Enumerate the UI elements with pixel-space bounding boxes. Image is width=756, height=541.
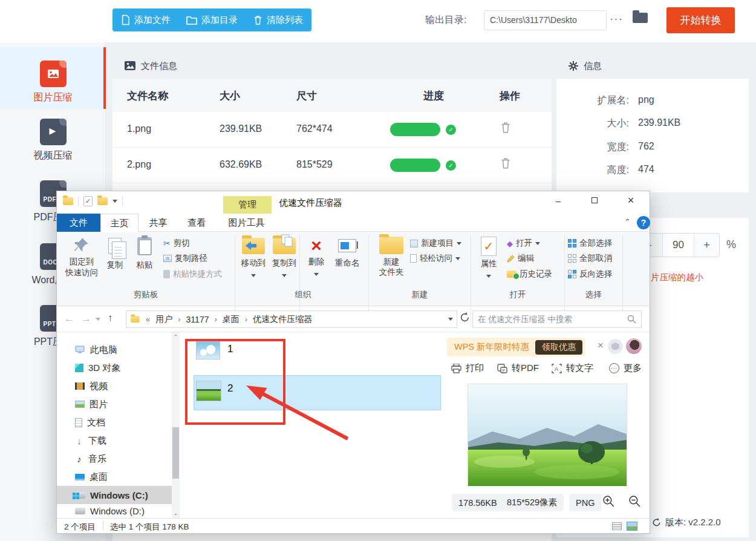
- breadcrumb[interactable]: 桌面: [223, 314, 240, 325]
- explorer-status-bar: 2 个项目 选中 1 个项目 178 KB: [57, 518, 650, 533]
- cut-button[interactable]: ✂ 剪切: [163, 238, 190, 249]
- address-box[interactable]: « 用户› 31177› 桌面› 优速文件压缩器: [126, 310, 457, 328]
- easy-access-button[interactable]: 轻松访问: [410, 253, 460, 264]
- properties-button[interactable]: ✓ 属性: [475, 237, 502, 280]
- thumbnail-view-button[interactable]: [627, 522, 637, 531]
- move-to-button[interactable]: 移动到: [238, 238, 269, 280]
- chevron-down-icon[interactable]: [112, 200, 117, 203]
- breadcrumb[interactable]: 用户: [155, 314, 172, 325]
- wps-avatar[interactable]: [626, 338, 642, 354]
- tree-item-this-pc[interactable]: 此电脑: [57, 341, 172, 359]
- tab-picture-tools[interactable]: 图片工具: [217, 214, 276, 232]
- add-directory-button[interactable]: 添加目录: [186, 15, 238, 26]
- output-dir-more-button[interactable]: ···: [610, 12, 623, 25]
- tree-item-documents[interactable]: 文档: [57, 413, 172, 431]
- paste-button[interactable]: 粘贴: [131, 237, 158, 270]
- quality-plus-button[interactable]: +: [694, 234, 719, 257]
- pin-quick-access-button[interactable]: 固定到快速访问: [60, 237, 103, 278]
- recent-locations-button[interactable]: [96, 318, 100, 321]
- open-button[interactable]: ◆ 打开: [507, 238, 540, 249]
- new-folder-button[interactable]: 新建文件夹: [376, 237, 407, 277]
- tab-view[interactable]: 查看: [178, 214, 216, 232]
- history-icon: [507, 270, 516, 278]
- start-convert-button[interactable]: 开始转换: [666, 7, 735, 33]
- window-title: 优速文件压缩器: [279, 197, 342, 209]
- browse-folder-button[interactable]: [633, 13, 648, 23]
- properties-check-icon[interactable]: ✓: [83, 196, 93, 206]
- manage-contextual-tab[interactable]: 管理: [223, 196, 272, 214]
- table-column-header-row: 文件名称 大小 尺寸 进度 操作: [112, 79, 552, 112]
- new-item-button[interactable]: 新建项目: [410, 238, 461, 249]
- sidebar-item-video-compress[interactable]: ▶ 视频压缩: [0, 119, 106, 162]
- close-button[interactable]: ×: [621, 191, 641, 209]
- up-button[interactable]: ↑: [108, 312, 113, 324]
- wps-claim-button[interactable]: 领取优惠: [535, 340, 582, 355]
- scroll-up-arrow[interactable]: ⌃: [172, 334, 180, 340]
- add-file-button[interactable]: 添加文件: [121, 15, 171, 26]
- scroll-down-arrow[interactable]: ⌄: [172, 510, 180, 516]
- address-dropdown-icon[interactable]: [448, 318, 453, 321]
- delete-row-button[interactable]: [500, 122, 511, 134]
- history-button[interactable]: 历史记录: [507, 269, 552, 280]
- more-button[interactable]: ··· 更多: [609, 362, 642, 374]
- group-label-organize: 组织: [279, 289, 327, 300]
- rename-button[interactable]: 重命名: [330, 237, 364, 269]
- quality-value-input[interactable]: 90: [662, 234, 694, 257]
- rename-icon: [338, 239, 356, 252]
- forward-button[interactable]: →: [81, 313, 91, 325]
- tree-item-3d-objects[interactable]: 3D 对象: [57, 359, 172, 377]
- tree-item-downloads[interactable]: ↓ 下载: [57, 431, 172, 450]
- select-none-button[interactable]: 全部取消: [568, 253, 612, 264]
- paste-shortcut-button[interactable]: 粘贴快捷方式: [163, 269, 222, 280]
- tree-item-desktop[interactable]: 桌面: [57, 468, 172, 486]
- copy-path-button[interactable]: W 复制路径: [163, 253, 207, 264]
- cell-dim: 762*474: [296, 123, 333, 134]
- help-button[interactable]: ?: [637, 216, 650, 229]
- tab-file[interactable]: 文件: [57, 214, 100, 232]
- collapse-ribbon-button[interactable]: ⌃: [624, 217, 631, 226]
- to-pdf-button[interactable]: P 转PDF: [497, 362, 539, 374]
- delete-button[interactable]: × 删除: [302, 237, 330, 278]
- explorer-window: ✓ 管理 优速文件压缩器 – × 文件 主页 共享 查看 图片工具 ⌃ ?: [56, 191, 650, 534]
- breadcrumb[interactable]: 31177: [186, 315, 209, 324]
- tree-scrollbar[interactable]: ⌃ ⌄: [172, 332, 180, 518]
- search-input[interactable]: 在 优速文件压缩器 中搜索: [472, 310, 642, 328]
- zoom-out-icon[interactable]: [628, 495, 641, 508]
- new-folder-qat-icon[interactable]: [97, 197, 108, 205]
- picture-icon: [125, 61, 135, 71]
- wps-close-icon[interactable]: ×: [598, 339, 604, 352]
- edit-button[interactable]: 编辑: [507, 253, 534, 264]
- zoom-in-icon[interactable]: [602, 495, 615, 508]
- to-text-button[interactable]: A 转文字: [552, 362, 593, 374]
- print-button[interactable]: 打印: [451, 362, 484, 374]
- picture-icon: [75, 401, 85, 408]
- tab-share[interactable]: 共享: [138, 214, 178, 232]
- clear-list-button[interactable]: 清除列表: [253, 15, 303, 26]
- scrollbar-thumb[interactable]: [172, 427, 179, 479]
- tab-home[interactable]: 主页: [100, 214, 138, 232]
- tree-item-pictures[interactable]: 图片: [57, 395, 172, 413]
- breadcrumb[interactable]: 优速文件压缩器: [253, 314, 312, 325]
- details-view-button[interactable]: [612, 522, 622, 530]
- maximize-button[interactable]: [584, 191, 605, 209]
- tree-item-drive-d[interactable]: Windows (D:): [57, 504, 172, 518]
- minimize-button[interactable]: –: [548, 191, 569, 209]
- wps-hexagon-icon[interactable]: [608, 339, 623, 354]
- tree-item-drive-c[interactable]: Windows (C:): [57, 486, 172, 504]
- refresh-button[interactable]: [460, 312, 470, 323]
- copy-to-button[interactable]: 复制到: [269, 238, 299, 280]
- delete-row-button[interactable]: [500, 157, 511, 169]
- tree-item-music[interactable]: ♪ 音乐: [57, 450, 172, 468]
- progress-done-icon: ✓: [446, 125, 456, 135]
- ocr-icon: A: [552, 364, 562, 373]
- invert-selection-button[interactable]: 反向选择: [568, 269, 612, 280]
- select-all-button[interactable]: 全部选择: [568, 238, 612, 249]
- paste-label: 粘贴: [131, 260, 158, 270]
- output-dir-input[interactable]: C:\Users\31177\Deskto: [484, 10, 607, 30]
- sidebar-item-image-compress[interactable]: 图片压缩: [0, 47, 106, 109]
- tree-item-videos[interactable]: 视频: [57, 377, 172, 395]
- field-label: 高度:: [556, 164, 629, 177]
- open-label: 打开: [516, 238, 532, 249]
- copy-button[interactable]: 复制: [100, 238, 129, 270]
- back-button[interactable]: ←: [64, 313, 74, 325]
